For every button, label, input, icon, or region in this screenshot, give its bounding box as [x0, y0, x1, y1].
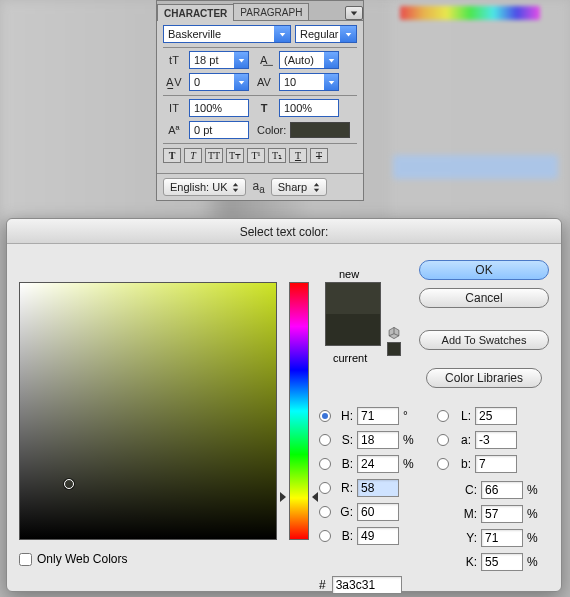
font-family-value: Baskerville [168, 28, 221, 40]
language-select[interactable]: English: UK [163, 178, 246, 196]
y-input[interactable] [481, 529, 523, 547]
faux-italic-button[interactable]: T [184, 148, 202, 163]
ok-button[interactable]: OK [419, 260, 549, 280]
font-size-icon: tT [163, 52, 185, 68]
kerning-icon: A̲V [163, 74, 185, 90]
hscale-icon: T [253, 100, 275, 116]
type-style-buttons: T T TT Tᴛ T¹ T₁ T T [163, 148, 357, 163]
radio-r[interactable] [319, 482, 331, 494]
g-input[interactable] [357, 503, 399, 521]
font-size-field[interactable]: 18 pt [189, 51, 249, 69]
radio-a[interactable] [437, 434, 449, 446]
dropdown-arrow-icon [324, 52, 338, 68]
radio-b[interactable] [319, 458, 331, 470]
color-label: Color: [257, 124, 286, 136]
tab-paragraph[interactable]: PARAGRAPH [233, 3, 309, 20]
text-color-swatch[interactable] [290, 122, 350, 138]
font-style-select[interactable]: Regular [295, 25, 357, 43]
dropdown-arrow-icon [340, 26, 356, 42]
new-color-swatch[interactable] [326, 283, 380, 314]
radio-bl[interactable] [319, 530, 331, 542]
hex-input[interactable] [332, 576, 402, 594]
antialias-icon: aa [252, 179, 264, 195]
radio-g[interactable] [319, 506, 331, 518]
radio-l[interactable] [437, 410, 449, 422]
color-compare-swatch [325, 282, 381, 346]
dropdown-arrow-icon [324, 74, 338, 90]
add-to-swatches-button[interactable]: Add To Swatches [419, 330, 549, 350]
current-color-swatch[interactable] [326, 314, 380, 345]
allcaps-button[interactable]: TT [205, 148, 223, 163]
a-input[interactable] [475, 431, 517, 449]
b-input[interactable] [357, 455, 399, 473]
dropdown-arrow-icon [234, 52, 248, 68]
baseline-icon: Aª [163, 122, 185, 138]
panel-menu-button[interactable] [345, 6, 363, 20]
web-colors-checkbox[interactable]: Only Web Colors [19, 552, 127, 566]
dropdown-arrow-icon [274, 26, 290, 42]
character-panel: CHARACTER PARAGRAPH Baskerville Regular … [156, 0, 364, 201]
current-color-label: current [333, 352, 367, 364]
k-input[interactable] [481, 553, 523, 571]
radio-h[interactable] [319, 410, 331, 422]
cancel-button[interactable]: Cancel [419, 288, 549, 308]
hue-slider[interactable] [289, 282, 309, 540]
color-libraries-button[interactable]: Color Libraries [426, 368, 542, 388]
baseline-field[interactable]: 0 pt [189, 121, 249, 139]
hex-label: # [319, 578, 326, 592]
lb-input[interactable] [475, 455, 517, 473]
subscript-button[interactable]: T₁ [268, 148, 286, 163]
radio-s[interactable] [319, 434, 331, 446]
font-style-value: Regular [300, 28, 339, 40]
dialog-title: Select text color: [7, 219, 561, 244]
dropdown-arrow-icon [234, 74, 248, 90]
c-input[interactable] [481, 481, 523, 499]
new-color-label: new [339, 268, 359, 280]
gamut-warning-icon[interactable] [387, 326, 401, 340]
stepper-arrows-icon [313, 181, 323, 193]
s-input[interactable] [357, 431, 399, 449]
vscale-field[interactable]: 100% [189, 99, 249, 117]
font-family-select[interactable]: Baskerville [163, 25, 291, 43]
leading-field[interactable]: (Auto) [279, 51, 339, 69]
r-input[interactable] [357, 479, 399, 497]
faux-bold-button[interactable]: T [163, 148, 181, 163]
saturation-value-box[interactable] [19, 282, 277, 540]
kerning-field[interactable]: 0 [189, 73, 249, 91]
leading-icon: A͟ [253, 52, 275, 68]
m-input[interactable] [481, 505, 523, 523]
antialias-select[interactable]: Sharp [271, 178, 327, 196]
radio-lb[interactable] [437, 458, 449, 470]
web-colors-input[interactable] [19, 553, 32, 566]
strikethrough-button[interactable]: T [310, 148, 328, 163]
color-picker-dialog: Select text color: new current OK Cancel… [6, 218, 562, 592]
tracking-icon: AV [253, 74, 275, 90]
l-input[interactable] [475, 407, 517, 425]
hscale-field[interactable]: 100% [279, 99, 339, 117]
tab-character[interactable]: CHARACTER [157, 4, 234, 21]
bl-input[interactable] [357, 527, 399, 545]
vscale-icon: IT [163, 100, 185, 116]
h-input[interactable] [357, 407, 399, 425]
superscript-button[interactable]: T¹ [247, 148, 265, 163]
tracking-field[interactable]: 10 [279, 73, 339, 91]
gamut-swatch[interactable] [387, 342, 401, 356]
sv-crosshair-icon [64, 479, 74, 489]
stepper-arrows-icon [232, 181, 242, 193]
smallcaps-button[interactable]: Tᴛ [226, 148, 244, 163]
underline-button[interactable]: T [289, 148, 307, 163]
